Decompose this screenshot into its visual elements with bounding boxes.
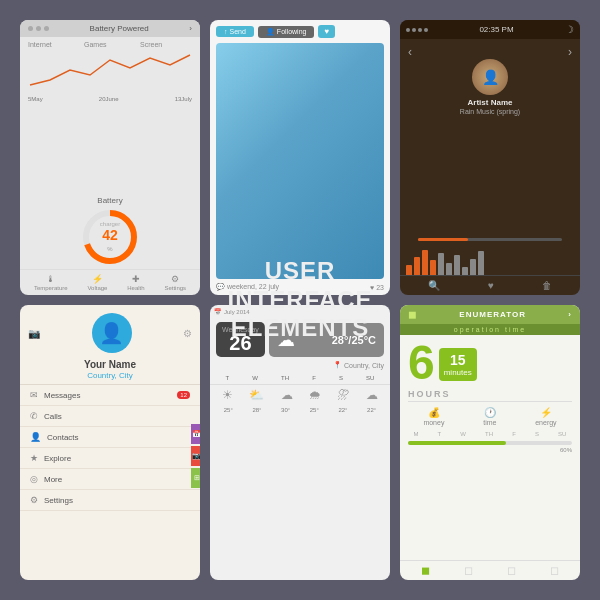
minutes-box: 15 minutes (439, 348, 477, 381)
song-name: Rain Music (spring) (460, 108, 520, 115)
heart-icon[interactable]: ♥ (488, 280, 494, 291)
nav-arrows: ‹ › (404, 45, 576, 59)
ui-elements-title: USER INTERFACE ELEMENTS (227, 257, 372, 343)
lightning-icon: ⚡ (92, 274, 103, 284)
profile-top: 📷 👤 ⚙ (20, 305, 200, 357)
trash-icon[interactable]: 🗑 (542, 280, 552, 291)
nav-item-settings[interactable]: ⚙ Settings (20, 490, 200, 511)
enum-title: ENUMERATOR (459, 310, 526, 319)
nav-item-explore[interactable]: ★ Explore (20, 448, 200, 469)
cloud-icon-1: ⛅ (249, 388, 264, 402)
artist-name: Artist Name (468, 98, 513, 107)
forecast-days: T W TH F S SU (210, 372, 390, 385)
slider-bar[interactable] (408, 441, 572, 445)
person-icon: 👤 (266, 28, 275, 36)
chart-area: Internet Games Screen 5May 20June 13July (20, 37, 200, 192)
gauge-text: charger 42 % (100, 221, 120, 253)
progress-bar[interactable] (418, 238, 562, 241)
enum-divider (408, 401, 572, 402)
health-icon: ✚ (132, 274, 140, 284)
profile-card: 📷 👤 ⚙ Your Name Country, City ✉ Messages… (20, 305, 200, 580)
moon-icon: ☽ (565, 24, 574, 35)
cloud-icon-3: ☁ (366, 388, 378, 402)
eq-bar (478, 251, 484, 275)
health-icon-group: ✚ Health (127, 274, 144, 291)
side-tab-purple[interactable]: 📅 (191, 424, 200, 444)
send-button[interactable]: ↑ Send (216, 26, 254, 37)
search-icon[interactable]: 🔍 (428, 280, 440, 291)
temp-icon-group: 🌡 Temperature (34, 274, 68, 291)
nav-label-more: More (44, 475, 62, 484)
fc-su: SU (366, 375, 374, 381)
temp-4: 25° (310, 407, 319, 413)
slider-area[interactable]: 60% (400, 439, 580, 455)
battery-bottom-icons: 🌡 Temperature ⚡ Voltage ✚ Health ⚙ Setti… (20, 269, 200, 295)
temp-6: 22° (367, 407, 376, 413)
side-tab-red[interactable]: 📷 (191, 446, 200, 466)
eq-bar (470, 259, 476, 275)
nav-item-contacts[interactable]: 👤 Contacts (20, 427, 200, 448)
camera-icon: 📷 (28, 328, 40, 339)
music-card: 02:35 PM ☽ ‹ › 👤 Artist Name Rain Music … (400, 20, 580, 295)
big-number: 6 (408, 339, 435, 387)
send-icon: ↑ (224, 28, 228, 35)
location-row: 📍 Country, City (210, 361, 390, 372)
eq-bar (406, 265, 412, 275)
nav-label-explore: Explore (44, 454, 71, 463)
enum-icon-3[interactable]: ◻ (507, 564, 516, 577)
grid-icon: ⊞ (194, 474, 200, 482)
heart-button[interactable]: ♥ (318, 25, 335, 38)
eq-bar (430, 260, 436, 275)
profile-avatar: 👤 (92, 313, 132, 353)
fc-f: F (312, 375, 316, 381)
enum-icon-4[interactable]: ◻ (550, 564, 559, 577)
eq-bar (422, 250, 428, 275)
gear-icon[interactable]: ⚙ (183, 328, 192, 339)
eq-bar (414, 257, 420, 275)
next-arrow[interactable]: › (568, 45, 572, 59)
enum-icon-2[interactable]: ◻ (464, 564, 473, 577)
following-button[interactable]: 👤 Following (258, 26, 315, 38)
op-time: operation time (400, 324, 580, 335)
pin-icon: 📍 (333, 361, 342, 369)
enum-bottom-bar: ◼ ◻ ◻ ◻ (400, 560, 580, 580)
battery-dots (28, 26, 49, 31)
enum-icon-1[interactable]: ◼ (421, 564, 430, 577)
music-bottom-icons: 🔍 ♥ 🗑 (400, 275, 580, 295)
battery-title: Battery Powered (90, 24, 149, 33)
big-number-row: 6 15 minutes (400, 335, 580, 389)
center-label: USER INTERFACE ELEMENTS (220, 240, 380, 360)
temp-5: 22° (338, 407, 347, 413)
prev-arrow[interactable]: ‹ (408, 45, 412, 59)
side-tab-green[interactable]: ⊞ (191, 468, 200, 488)
nav-item-messages[interactable]: ✉ Messages 12 (20, 385, 200, 406)
settings-icon: ⚙ (171, 274, 179, 284)
artist-section: ‹ › 👤 Artist Name Rain Music (spring) (400, 39, 580, 234)
clock-icon: 🕐 (484, 407, 496, 418)
contacts-icon: 👤 (30, 432, 41, 442)
weather-temps-row: 25° 28° 30° 25° 22° 22° (210, 405, 390, 415)
money-group: 💰 money (423, 407, 444, 426)
temp-3: 30° (281, 407, 290, 413)
nav-item-calls[interactable]: ✆ Calls (20, 406, 200, 427)
battery-arrow: › (189, 24, 192, 33)
nav-label-calls: Calls (44, 412, 62, 421)
cloud-icon-2: ☁ (281, 388, 293, 402)
music-topbar: 02:35 PM ☽ (400, 20, 580, 39)
battery-topbar: Battery Powered › (20, 20, 200, 37)
gauge-section: Battery charger 42 % (20, 192, 200, 269)
energy-icon: ⚡ (540, 407, 552, 418)
hours-label: HOURS (400, 389, 580, 399)
artist-avatar: 👤 (472, 59, 508, 95)
side-tabs: 📅 📷 ⊞ (191, 424, 200, 488)
profile-location: Country, City (20, 371, 200, 384)
nav-items: ✉ Messages 12 ✆ Calls 👤 Contacts ★ Explo… (20, 384, 200, 580)
progress-fill (418, 238, 468, 241)
settings-nav-icon: ⚙ (30, 495, 38, 505)
fc-th: TH (281, 375, 289, 381)
eq-bar (454, 255, 460, 275)
enum-icons-row: 💰 money 🕐 time ⚡ energy (400, 404, 580, 429)
line-chart (28, 50, 192, 95)
slider-fill (408, 441, 506, 445)
nav-item-more[interactable]: ◎ More (20, 469, 200, 490)
